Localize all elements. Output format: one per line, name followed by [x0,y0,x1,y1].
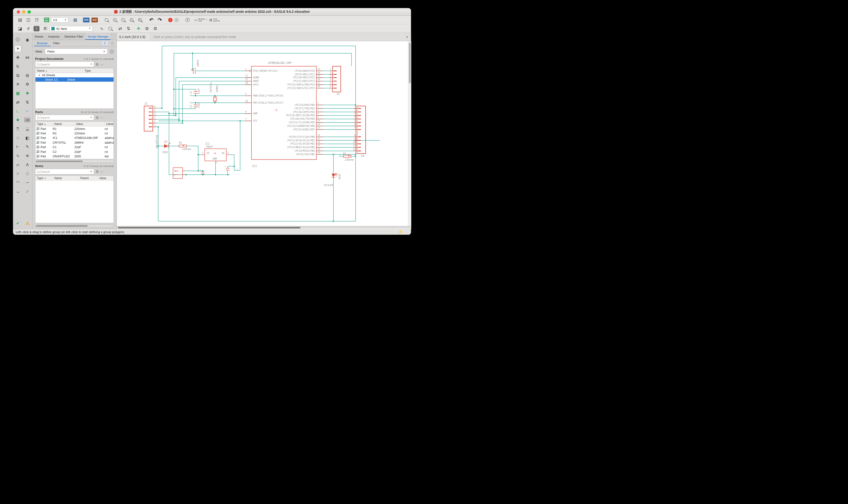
parts-table-scrollbar[interactable] [35,160,114,163]
column-header-name[interactable]: Name▲ [36,68,83,73]
table-row-part[interactable]: PartC122pFrcl [36,145,113,149]
pin-swap-icon[interactable]: ⇅ [24,99,31,106]
zoom-area-icon[interactable] [107,25,113,32]
help-button[interactable]: ? [185,18,190,22]
table-row-part[interactable]: PartON/OFFLED2835led [36,154,113,158]
replace-icon[interactable]: ⇄ [117,25,123,32]
column-header-name[interactable]: Name [53,122,74,126]
minimize-button[interactable] [22,10,25,14]
wire-bend-alt-icon[interactable]: ⌐ [24,107,31,114]
column-header-type[interactable]: Type▲ [36,176,53,180]
tab-inspector[interactable]: Inspector [46,33,62,40]
sheet-selector[interactable]: 1/1▼ [51,17,68,23]
open-icon[interactable]: ▤ [17,17,23,23]
add-part-icon[interactable]: ✚ [24,90,31,97]
column-header-library[interactable]: Library [105,122,113,126]
panel-scrollbar[interactable] [35,225,114,227]
settings-gear-icon[interactable]: ⚙ [152,25,159,32]
net-icon[interactable]: ∿ [98,25,105,32]
save-icon[interactable]: ◫ [25,17,32,23]
panel-zoom-button[interactable] [109,41,115,46]
wire-bend-icon[interactable]: ∟ [14,107,21,114]
group-select-icon[interactable]: ➤ [14,45,21,52]
zoom-out-icon[interactable]: − [120,17,126,23]
zoom-in-icon[interactable]: + [111,17,118,23]
table-row-part[interactable]: PartR1220ohmrcl [36,126,113,131]
pcb-quote-button[interactable]: ▥PCBQUOTE [210,18,220,22]
mask-icon[interactable]: ◪ [17,25,23,32]
connect-icon[interactable]: ✛ [136,25,142,32]
erc-icon[interactable]: ✓ [14,220,21,227]
smash-icon[interactable]: ∷ [14,134,21,141]
tab-design-manager[interactable]: Design Manager [86,33,111,40]
info-icon[interactable]: ⓘ [14,36,21,43]
rotate-icon[interactable]: ↻ [14,63,21,70]
pin-icon[interactable]: ⊢ [14,143,21,150]
more-options-icon[interactable]: ⋯ [100,116,104,120]
column-header-value[interactable]: Value [74,122,105,126]
dimension-icon[interactable]: ↔ [14,188,21,195]
print-icon[interactable]: ☷ [34,17,40,23]
paste-icon[interactable]: ⊞ [24,72,31,79]
net-tool-icon[interactable]: ∿ [14,152,21,159]
table-icon[interactable]: ▦ [72,17,78,23]
tree-node-all-sheets[interactable]: ▼ All Sheets [36,73,113,77]
redo-icon[interactable]: ↷ [157,17,163,23]
column-header-value[interactable]: Value [98,176,113,180]
ulp-button[interactable]: ULP [91,18,98,22]
eye-icon[interactable]: ◉ [24,36,31,43]
column-header-type[interactable]: Type▲ [36,122,53,126]
zoom-button[interactable] [28,10,31,14]
column-header-type[interactable]: Type [83,68,113,73]
zoom-select-icon[interactable] [103,17,109,23]
list-options-icon[interactable]: ☰ [96,62,99,66]
scr-button[interactable]: SCR [83,18,89,22]
junction-icon[interactable]: ✚ [14,116,21,124]
text-icon[interactable]: A [24,161,31,168]
warnings-icon[interactable]: ⚠ [24,220,31,227]
pick-tool-button[interactable]: ◰ [102,41,108,46]
more-options-icon[interactable]: ⋯ [100,62,104,66]
move-icon[interactable]: ✥ [14,54,21,61]
panel-help-button[interactable]: ? [110,50,114,53]
view-select[interactable]: Parts ▼ [45,49,108,54]
sch-brd-toggle[interactable]: SCHBRD [44,18,49,22]
titlebar[interactable]: 2 原理图 - /Users/yibofu/Documents/EAGLE/pr… [13,8,411,16]
polygon-icon[interactable]: ▱ [14,161,21,168]
list-options-icon[interactable]: ☰ [96,116,99,120]
grid-icon[interactable]: # [25,25,32,32]
label-icon[interactable]: AB [24,118,30,122]
list-options-icon[interactable]: ☰ [96,170,99,174]
change-icon[interactable]: ⚙ [24,81,31,88]
filter-button[interactable]: ▽ [34,26,39,31]
tab-selection-filter[interactable]: Selection Filter [62,33,86,40]
arc-icon[interactable]: ◠ [14,179,21,186]
circle-icon[interactable]: ○ [14,170,21,177]
rect-icon[interactable]: □ [24,170,31,177]
command-line-input[interactable]: Click or press Cmd+L key to activate com… [150,33,411,41]
stop-button[interactable]: − [168,18,173,22]
line-icon[interactable]: ∕ [24,188,31,195]
write-icon[interactable]: ✎ [24,143,31,150]
column-header-name[interactable]: Name [53,176,79,180]
more-options-icon[interactable]: ⋯ [100,170,104,174]
close-button[interactable] [17,10,20,14]
value-tool-icon[interactable]: R210k [24,125,31,132]
subtab-browser[interactable]: Browser [34,40,50,46]
copy-icon[interactable]: ⧉ [14,72,21,79]
tab-sheets[interactable]: Sheets [32,33,46,40]
undo-icon[interactable]: ↶ [148,17,155,23]
items-search-input[interactable]: Search ▼ [35,169,94,174]
gear-add-icon[interactable]: ⚙ [144,25,150,32]
column-header-parent[interactable]: Parent [79,176,98,180]
table-row-part[interactable]: PartC222pFrcl [36,149,113,154]
replace-part-icon[interactable]: ⇄ [14,99,21,106]
table-row-part[interactable]: PartR2220ohmrcl [36,131,113,136]
paint-icon[interactable]: ◧ [24,134,31,141]
go-button[interactable] [174,18,179,22]
table-row-part[interactable]: PartIC1ATMEGA168-20Padafruit [36,136,113,140]
gate-swap-icon[interactable]: ⇅ [125,25,132,32]
table-row-part[interactable]: PartCRYSTAL16MHzadafruit [36,140,113,145]
subtab-filter[interactable]: Filter [50,40,62,46]
spline-icon[interactable]: ∼ [24,179,31,186]
